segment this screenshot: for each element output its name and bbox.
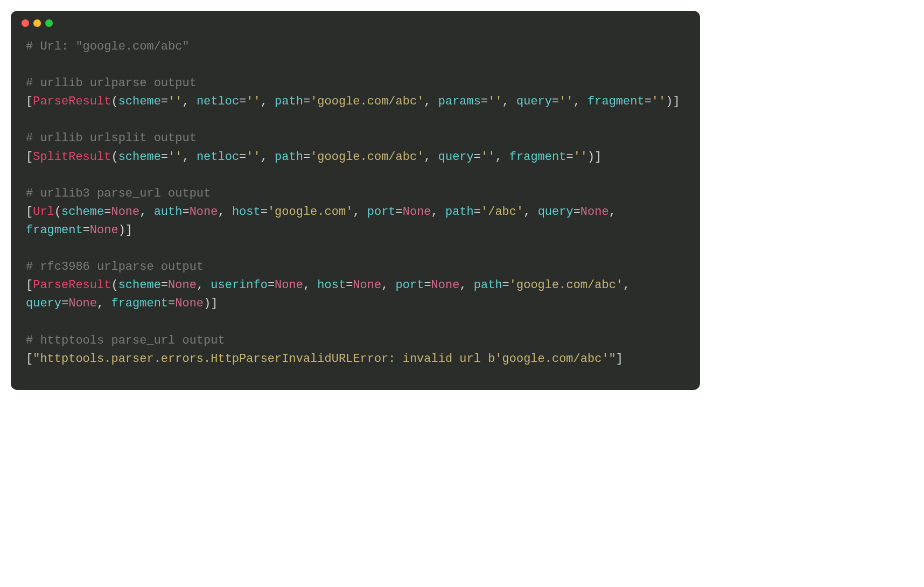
- val-none: None: [275, 278, 303, 292]
- comma: ,: [424, 150, 438, 164]
- param-host: host: [317, 278, 346, 292]
- eq: =: [161, 150, 168, 164]
- val-empty: '': [481, 150, 495, 164]
- eq: =: [573, 205, 580, 219]
- eq: =: [61, 297, 68, 310]
- eq: =: [182, 205, 189, 219]
- comma: ,: [139, 205, 153, 219]
- comma: ,: [424, 95, 438, 108]
- val-googleabc: 'google.com/abc': [310, 150, 424, 164]
- comma: ,: [182, 95, 196, 108]
- val-httperror: "httptools.parser.errors.HttpParserInval…: [33, 352, 616, 366]
- val-none: None: [68, 297, 97, 310]
- param-scheme: scheme: [61, 205, 104, 219]
- comma: ,: [97, 297, 111, 310]
- val-none: None: [403, 205, 431, 219]
- comma: ,: [609, 205, 623, 219]
- val-googleabc: 'google.com/abc': [310, 95, 424, 108]
- lparen: (: [54, 205, 61, 219]
- rbracket: ]: [125, 223, 132, 237]
- comma: ,: [182, 150, 196, 164]
- class-parseresult: ParseResult: [33, 95, 111, 108]
- eq: =: [645, 95, 652, 108]
- rparen: ): [118, 223, 125, 237]
- param-netloc: netloc: [197, 150, 239, 164]
- comma: ,: [623, 278, 637, 292]
- val-slashabc: '/abc': [481, 205, 523, 219]
- titlebar: [11, 11, 700, 31]
- param-fragment: fragment: [26, 223, 83, 237]
- param-path: path: [445, 205, 474, 219]
- comment-urlsplit: # urllib urlsplit output: [26, 131, 197, 145]
- param-netloc: netloc: [197, 95, 239, 108]
- class-url: Url: [33, 205, 54, 219]
- val-none: None: [580, 205, 609, 219]
- param-query: query: [538, 205, 573, 219]
- eq: =: [83, 223, 90, 237]
- val-empty: '': [573, 150, 587, 164]
- maximize-icon[interactable]: [45, 19, 53, 27]
- param-auth: auth: [154, 205, 183, 219]
- param-scheme: scheme: [118, 278, 161, 292]
- rbracket: ]: [211, 297, 218, 310]
- val-empty: '': [168, 150, 182, 164]
- comma: ,: [261, 150, 275, 164]
- rbracket: ]: [616, 352, 623, 366]
- close-icon[interactable]: [22, 19, 29, 27]
- val-none: None: [190, 205, 218, 219]
- param-path: path: [474, 278, 502, 292]
- eq: =: [474, 150, 481, 164]
- val-none: None: [168, 278, 197, 292]
- val-empty: '': [488, 95, 502, 108]
- comma: ,: [353, 205, 367, 219]
- val-empty: '': [652, 95, 666, 108]
- comma: ,: [573, 95, 587, 108]
- eq: =: [268, 278, 275, 292]
- param-query: query: [26, 297, 61, 310]
- val-empty: '': [246, 95, 260, 108]
- comma: ,: [381, 278, 395, 292]
- eq: =: [346, 278, 353, 292]
- lparen: (: [111, 278, 118, 292]
- lbracket: [: [26, 95, 33, 108]
- lbracket: [: [26, 278, 33, 292]
- param-scheme: scheme: [118, 95, 161, 108]
- eq: =: [424, 278, 431, 292]
- val-none: None: [90, 223, 118, 237]
- eq: =: [474, 205, 481, 219]
- minimize-icon[interactable]: [33, 19, 41, 27]
- param-query: query: [438, 150, 474, 164]
- val-empty: '': [559, 95, 573, 108]
- val-none: None: [353, 278, 381, 292]
- param-scheme: scheme: [118, 150, 161, 164]
- rbracket: ]: [594, 150, 601, 164]
- comma: ,: [495, 150, 509, 164]
- terminal-window: # Url: "google.com/abc" # urllib urlpars…: [11, 11, 700, 390]
- comma: ,: [459, 278, 473, 292]
- eq: =: [481, 95, 488, 108]
- eq: =: [303, 95, 310, 108]
- param-fragment: fragment: [587, 95, 645, 108]
- param-port: port: [367, 205, 396, 219]
- comment-urllib3: # urllib3 parse_url output: [26, 187, 211, 200]
- eq: =: [161, 95, 168, 108]
- rbracket: ]: [673, 95, 680, 108]
- eq: =: [239, 150, 246, 164]
- param-fragment: fragment: [509, 150, 566, 164]
- eq: =: [396, 205, 403, 219]
- eq: =: [104, 205, 111, 219]
- param-host: host: [232, 205, 261, 219]
- eq: =: [566, 150, 573, 164]
- lbracket: [: [26, 352, 33, 366]
- param-fragment: fragment: [111, 297, 168, 310]
- lbracket: [: [26, 150, 33, 164]
- val-empty: '': [168, 95, 182, 108]
- comma: ,: [523, 205, 537, 219]
- val-empty: '': [246, 150, 260, 164]
- eq: =: [261, 205, 268, 219]
- param-port: port: [396, 278, 424, 292]
- val-none: None: [111, 205, 139, 219]
- comment-urlparse: # urllib urlparse output: [26, 76, 197, 90]
- comment-httptools: # httptools parse_url output: [26, 334, 225, 347]
- class-parseresult: ParseResult: [33, 278, 111, 292]
